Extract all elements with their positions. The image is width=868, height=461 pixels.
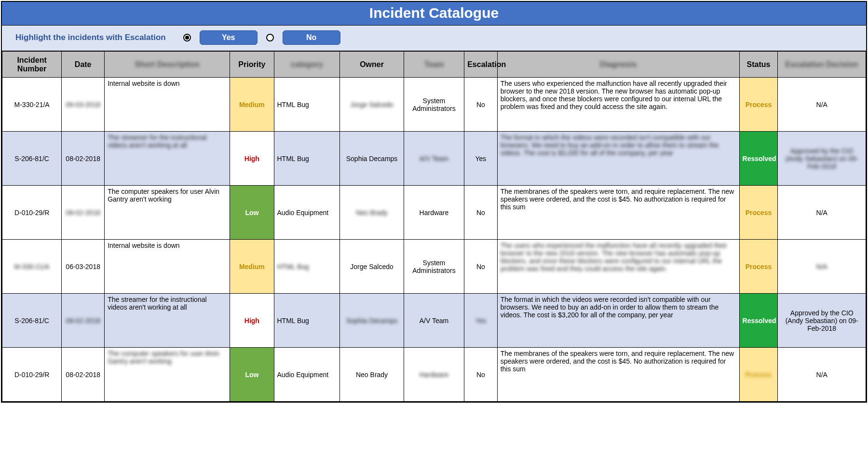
cell-priority: Medium — [230, 240, 274, 294]
cell-category: Audio Equipment — [274, 348, 340, 402]
cell-escalation_decision: Approved by the CIO (Andy Sebastian) on … — [778, 294, 866, 348]
cell-escalation: No — [464, 348, 497, 402]
cell-diagnosis: The format in which the videos were reco… — [497, 294, 739, 348]
highlight-no-button[interactable]: No — [283, 30, 340, 45]
cell-date: 06-03-2018 — [62, 78, 105, 132]
cell-category: Audio Equipment — [274, 186, 340, 240]
col-header-owner: Owner — [340, 52, 404, 78]
cell-diagnosis: The membranes of the speakers were torn,… — [497, 348, 739, 402]
page-title: Incident Catalogue — [2, 2, 866, 26]
table-row: M-330-21/A06-03-2018Internal website is … — [2, 240, 866, 294]
cell-status: Process — [739, 78, 778, 132]
cell-owner: Jorge Salcedo — [340, 240, 404, 294]
cell-escalation: No — [464, 240, 497, 294]
cell-priority: Medium — [230, 78, 274, 132]
col-header-priority: Priority — [230, 52, 274, 78]
cell-priority: High — [230, 294, 274, 348]
cell-team: A/V Team — [404, 132, 464, 186]
radio-yes[interactable] — [183, 34, 191, 41]
cell-owner: Neo Brady — [340, 348, 404, 402]
incident-catalogue-frame: Incident Catalogue Highlight the inciden… — [1, 1, 867, 403]
cell-escalation_decision: Approved by the CIO (Andy Sebastian) on … — [778, 132, 866, 186]
table-row: D-010-29/R08-02-2018The computer speaker… — [2, 348, 866, 402]
cell-priority: Low — [230, 348, 274, 402]
table-row: M-330-21/A06-03-2018Internal website is … — [2, 78, 866, 132]
cell-team: System Administrators — [404, 240, 464, 294]
radio-dot-icon — [185, 36, 189, 40]
cell-short_description: The streamer for the instructional video… — [105, 294, 230, 348]
cell-date: 08-02-2018 — [62, 132, 105, 186]
cell-escalation_decision: N/A — [778, 348, 866, 402]
cell-owner: Jorge Salcedo — [340, 78, 404, 132]
cell-incident_number: M-330-21/A — [2, 240, 62, 294]
cell-priority: Low — [230, 186, 274, 240]
cell-category: HTML Bug — [274, 240, 340, 294]
cell-date: 08-02-2018 — [62, 186, 105, 240]
cell-incident_number: M-330-21/A — [2, 78, 62, 132]
col-header-category: category — [274, 52, 340, 78]
cell-incident_number: D-010-29/R — [2, 186, 62, 240]
col-header-short_description: Short Description — [105, 52, 230, 78]
cell-team: Hardware — [404, 186, 464, 240]
cell-date: 06-03-2018 — [62, 240, 105, 294]
cell-short_description: The computer speakers for user Alvin Gan… — [105, 186, 230, 240]
radio-no[interactable] — [266, 34, 274, 41]
cell-team: Hardware — [404, 348, 464, 402]
cell-incident_number: S-206-81/C — [2, 294, 62, 348]
cell-escalation: Yes — [464, 132, 497, 186]
cell-date: 08-02-2018 — [62, 348, 105, 402]
cell-escalation_decision: N/A — [778, 240, 866, 294]
cell-escalation: Yes — [464, 294, 497, 348]
cell-short_description: The computer speakers for user Alvin Gan… — [105, 348, 230, 402]
cell-owner: Neo Brady — [340, 186, 404, 240]
cell-priority: High — [230, 132, 274, 186]
cell-short_description: The streamer for the instructional video… — [105, 132, 230, 186]
cell-owner: Sophia Decamps — [340, 132, 404, 186]
cell-status: Process — [739, 348, 778, 402]
cell-category: HTML Bug — [274, 78, 340, 132]
col-header-incident_number: Incident Number — [2, 52, 62, 78]
col-header-escalation_decision: Escalation Decision — [778, 52, 866, 78]
cell-owner: Sophia Decamps — [340, 294, 404, 348]
table-row: S-206-81/C08-02-2018The streamer for the… — [2, 294, 866, 348]
cell-category: HTML Bug — [274, 294, 340, 348]
incident-table: Incident NumberDateShort DescriptionPrio… — [2, 51, 866, 402]
table-row: S-206-81/C08-02-2018The streamer for the… — [2, 132, 866, 186]
cell-team: A/V Team — [404, 294, 464, 348]
filter-label: Highlight the incidents with Escalation — [15, 33, 166, 42]
col-header-team: Team — [404, 52, 464, 78]
cell-diagnosis: The users who experienced the malfunctio… — [497, 78, 739, 132]
cell-escalation: No — [464, 78, 497, 132]
cell-short_description: Internal website is down — [105, 78, 230, 132]
col-header-status: Status — [739, 52, 778, 78]
cell-date: 08-02-2018 — [62, 294, 105, 348]
cell-status: Process — [739, 186, 778, 240]
cell-status: Process — [739, 240, 778, 294]
cell-status: Ressolved — [739, 132, 778, 186]
cell-short_description: Internal website is down — [105, 240, 230, 294]
cell-diagnosis: The membranes of the speakers were torn,… — [497, 186, 739, 240]
col-header-escalation: Escalation — [464, 52, 497, 78]
cell-escalation_decision: N/A — [778, 78, 866, 132]
cell-status: Ressolved — [739, 294, 778, 348]
cell-diagnosis: The users who experienced the malfunctio… — [497, 240, 739, 294]
col-header-diagnosis: Diagnosis — [497, 52, 739, 78]
cell-incident_number: D-010-29/R — [2, 348, 62, 402]
filter-bar: Highlight the incidents with Escalation … — [2, 26, 866, 51]
cell-escalation: No — [464, 186, 497, 240]
cell-incident_number: S-206-81/C — [2, 132, 62, 186]
table-row: D-010-29/R08-02-2018The computer speaker… — [2, 186, 866, 240]
col-header-date: Date — [62, 52, 105, 78]
cell-diagnosis: The format in which the videos were reco… — [497, 132, 739, 186]
cell-escalation_decision: N/A — [778, 186, 866, 240]
table-header-row: Incident NumberDateShort DescriptionPrio… — [2, 52, 866, 78]
highlight-yes-button[interactable]: Yes — [200, 30, 258, 45]
cell-team: System Administrators — [404, 78, 464, 132]
cell-category: HTML Bug — [274, 132, 340, 186]
